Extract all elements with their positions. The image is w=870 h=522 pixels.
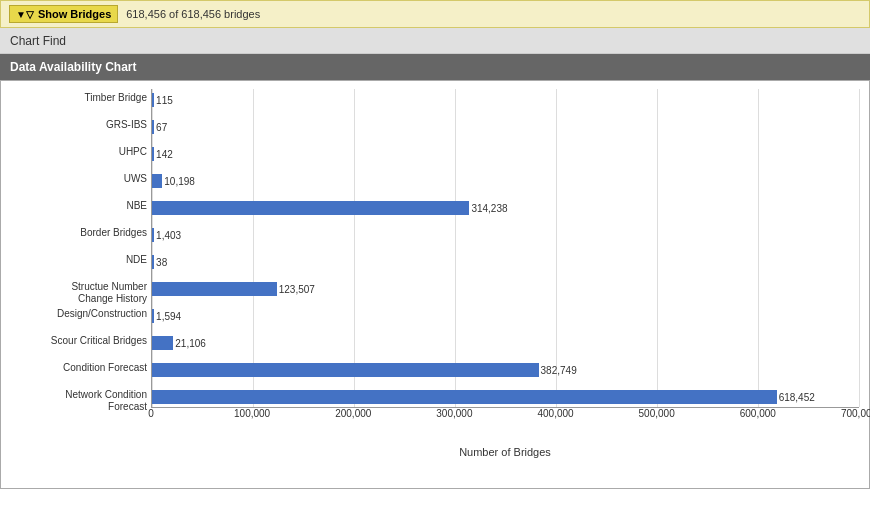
y-label: Border Bridges: [80, 227, 147, 239]
bar-value: 314,238: [471, 203, 507, 214]
y-label: Network Condition Forecast: [65, 389, 147, 413]
bar-value: 123,507: [279, 284, 315, 295]
x-tick: 700,000: [841, 408, 870, 419]
bar-row: 123,507: [152, 282, 859, 296]
filter-icon: ▼▽: [16, 9, 34, 20]
bar-row: 618,452: [152, 390, 859, 404]
show-bridges-label: Show Bridges: [38, 8, 111, 20]
y-label: Structue Number Change History: [71, 281, 147, 305]
x-tick: 500,000: [639, 408, 675, 419]
bar-row: 38: [152, 255, 859, 269]
bar: [152, 201, 469, 215]
bar-value: 10,198: [164, 176, 195, 187]
grid-line: [859, 89, 860, 407]
bar-value: 1,403: [156, 230, 181, 241]
bar-value: 21,106: [175, 338, 206, 349]
y-label: Timber Bridge: [85, 92, 147, 104]
bar: [152, 282, 277, 296]
bar-row: 21,106: [152, 336, 859, 350]
y-label: Scour Critical Bridges: [51, 335, 147, 347]
x-tick: 0: [148, 408, 154, 419]
bar-row: 1,403: [152, 228, 859, 242]
plot-area: 1156714210,198314,2381,40338123,5071,594…: [151, 89, 859, 408]
y-label: Design/Construction: [57, 308, 147, 320]
chart-find-label: Chart Find: [10, 34, 66, 48]
chart-body: Timber BridgeGRS-IBSUHPCUWSNBEBorder Bri…: [0, 80, 870, 489]
chart-container: Timber BridgeGRS-IBSUHPCUWSNBEBorder Bri…: [11, 89, 859, 408]
bar-value: 38: [156, 257, 167, 268]
chart-area: Timber BridgeGRS-IBSUHPCUWSNBEBorder Bri…: [1, 81, 869, 488]
x-tick: 600,000: [740, 408, 776, 419]
y-axis: Timber BridgeGRS-IBSUHPCUWSNBEBorder Bri…: [11, 89, 151, 408]
x-tick: 300,000: [436, 408, 472, 419]
y-label: UHPC: [119, 146, 147, 158]
bar: [152, 120, 154, 134]
x-tick: 200,000: [335, 408, 371, 419]
bar: [152, 336, 173, 350]
y-label: UWS: [124, 173, 147, 185]
y-label: Condition Forecast: [63, 362, 147, 374]
bar: [152, 390, 777, 404]
bar-value: 115: [156, 95, 173, 106]
bar-value: 67: [156, 122, 167, 133]
x-axis-ticks: 0100,000200,000300,000400,000500,000600,…: [151, 408, 859, 428]
bar-value: 382,749: [541, 365, 577, 376]
bar-row: 142: [152, 147, 859, 161]
x-tick: 100,000: [234, 408, 270, 419]
bar-row: 10,198: [152, 174, 859, 188]
bar-value: 142: [156, 149, 173, 160]
bar-row: 382,749: [152, 363, 859, 377]
top-bar: ▼▽ Show Bridges 618,456 of 618,456 bridg…: [0, 0, 870, 28]
bar-row: 115: [152, 93, 859, 107]
bridge-count: 618,456 of 618,456 bridges: [126, 8, 260, 20]
bar: [152, 93, 154, 107]
chart-find-bar: Chart Find: [0, 28, 870, 54]
bar-value: 618,452: [779, 392, 815, 403]
bar: [152, 309, 154, 323]
bar: [152, 174, 162, 188]
bars-container: 1156714210,198314,2381,40338123,5071,594…: [152, 89, 859, 407]
y-label: NBE: [126, 200, 147, 212]
y-label: NDE: [126, 254, 147, 266]
bar-value: 1,594: [156, 311, 181, 322]
bar: [152, 363, 539, 377]
show-bridges-button[interactable]: ▼▽ Show Bridges: [9, 5, 118, 23]
bar-row: 67: [152, 120, 859, 134]
chart-title: Data Availability Chart: [10, 60, 136, 74]
bar: [152, 147, 154, 161]
x-axis-label: Number of Bridges: [151, 446, 859, 458]
chart-header: Data Availability Chart: [0, 54, 870, 80]
bar: [152, 228, 154, 242]
x-tick: 400,000: [537, 408, 573, 419]
bar-row: 314,238: [152, 201, 859, 215]
bar-row: 1,594: [152, 309, 859, 323]
y-label: GRS-IBS: [106, 119, 147, 131]
bar: [152, 255, 154, 269]
